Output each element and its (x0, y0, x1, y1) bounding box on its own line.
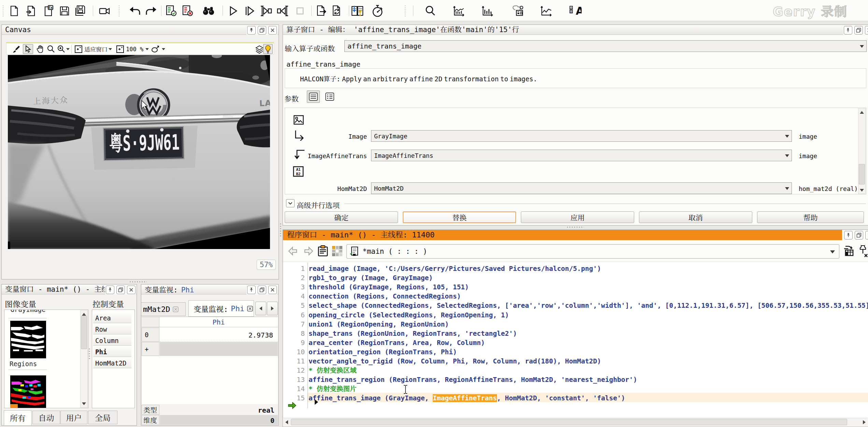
variable-pin-button[interactable] (106, 286, 114, 294)
program-restore-button[interactable] (855, 231, 863, 239)
tabs-scroll-right-button[interactable] (267, 302, 278, 315)
record-video-icon[interactable] (98, 4, 111, 17)
thumbnail-view-icon[interactable] (330, 244, 344, 259)
code-line-2[interactable]: 2rgb1_to_gray (Image, GrayImage) (283, 273, 868, 283)
toolbar-drag-handle[interactable] (118, 5, 120, 16)
open-program-icon[interactable] (25, 4, 38, 17)
canvas-close-button[interactable] (268, 26, 277, 35)
save-all-icon[interactable] (74, 4, 87, 17)
operator-close-button[interactable] (865, 26, 868, 35)
toolbar-drag-handle[interactable] (2, 5, 4, 16)
dropdown-arrow-icon[interactable] (785, 154, 789, 157)
export-file-icon[interactable] (315, 4, 328, 17)
check-syntax-icon[interactable] (165, 4, 177, 17)
zoom-tool-icon[interactable] (46, 44, 56, 54)
navigate-forward-icon[interactable] (301, 244, 315, 259)
canvas-pin-button[interactable] (247, 26, 256, 35)
control-var-row[interactable]: Row (93, 324, 131, 334)
operator-input-combo[interactable]: affine_trans_image (344, 40, 867, 52)
code-line-15[interactable]: 15affine_trans_image (GrayImage, ImageAf… (283, 394, 868, 403)
tab-user[interactable]: 用户 (60, 411, 87, 424)
param-value-combo[interactable]: HomMat2D (371, 182, 792, 194)
dropdown-arrow-icon[interactable] (830, 250, 835, 253)
control-var-hommat2d[interactable]: HomMat2D (93, 358, 131, 368)
tab-hommat2d[interactable]: mMat2D (141, 302, 186, 316)
unpin-window-icon[interactable] (856, 244, 868, 259)
canvas-restore-button[interactable] (258, 26, 266, 35)
splitter-handle[interactable] (129, 281, 147, 283)
help-button[interactable]: 帮助 (757, 211, 864, 223)
control-var-area[interactable]: Area (93, 313, 131, 323)
toolbar-drag-handle[interactable] (404, 5, 406, 16)
undo-icon[interactable] (128, 4, 141, 17)
advanced-options-toggle[interactable] (286, 199, 295, 207)
code-line-7[interactable]: 7union1 (RegionOpening, RegionUnion) (283, 320, 868, 329)
operator-window-title[interactable]: 算子窗口 - 编辑： 'affine_trans_image'在函数'main'… (283, 25, 868, 35)
roi-dropdown-icon[interactable] (161, 44, 166, 54)
dropdown-arrow-icon[interactable] (785, 135, 789, 138)
code-hscrollbar[interactable] (283, 418, 868, 426)
watch-pin-button[interactable] (247, 286, 256, 294)
tab-all[interactable]: 所有 (4, 410, 32, 425)
code-line-4[interactable]: 4connection (Regions, ConnectedRegions) (283, 292, 868, 301)
step-over-icon[interactable] (243, 4, 256, 17)
param-value-combo[interactable]: ImageAffineTrans (371, 150, 792, 161)
param-value-combo[interactable]: GrayImage (371, 130, 792, 142)
variable-close-button[interactable] (127, 286, 136, 294)
fit-window-label[interactable]: 适应窗口 (84, 44, 108, 54)
program-close-button[interactable] (865, 231, 868, 239)
splitter-handle[interactable] (280, 223, 282, 237)
step-into-icon[interactable] (259, 4, 272, 17)
program-window-title[interactable]: 程序窗口 - main* () - 主线程: 11400 (283, 230, 842, 240)
program-pin-button[interactable] (844, 231, 853, 239)
hscrollbar-thumb[interactable] (291, 419, 847, 425)
tabs-scroll-left-button[interactable] (255, 302, 266, 315)
open-example-icon[interactable]: Ex (42, 4, 55, 17)
ok-button[interactable]: 确定 (285, 211, 398, 223)
clear-canvas-icon[interactable] (11, 44, 22, 54)
scroll-down-button[interactable] (81, 400, 87, 407)
feature-histogram-icon[interactable] (481, 4, 494, 17)
variable-splitter-handle[interactable] (88, 348, 90, 360)
splitter-handle[interactable] (566, 226, 584, 228)
zoom-in-tool-icon[interactable] (56, 44, 66, 54)
code-line-5[interactable]: 5select_shape (ConnectedRegions, Selecte… (283, 301, 868, 310)
code-line-9[interactable]: 9area_center (RegionTrans, Area, Row, Co… (283, 338, 868, 347)
step-out-icon[interactable] (276, 4, 289, 17)
compare-programs-icon[interactable] (351, 4, 364, 17)
scroll-right-button[interactable] (861, 419, 868, 426)
scroll-up-button[interactable] (858, 109, 865, 116)
image-variables-list[interactable]: GrayImage Regions (4, 309, 88, 408)
replace-button[interactable]: 替换 (403, 211, 516, 223)
select-tool-icon[interactable] (23, 44, 33, 54)
light-tool-icon[interactable] (263, 44, 273, 54)
control-variables-list[interactable]: Area Row Column Phi HomMat2D (92, 309, 135, 408)
code-line-10[interactable]: 10orientation_region (RegionTrans, Phi) (283, 347, 868, 357)
cancel-button[interactable]: 取消 (639, 211, 752, 223)
fit-window-icon[interactable] (73, 44, 84, 54)
watch-add-row[interactable]: + (142, 342, 159, 356)
find-icon[interactable] (202, 4, 215, 17)
watch-close-button[interactable] (268, 286, 277, 294)
watch-value-cell[interactable] (160, 328, 278, 342)
reload-file-icon[interactable] (330, 4, 343, 17)
zoom-pct-icon[interactable] (115, 44, 125, 54)
code-line-14[interactable]: 14* 仿射变换图片 (283, 384, 868, 394)
code-line-1[interactable]: 1read_image (Image, 'C:/Users/Gerry/Pict… (283, 264, 868, 273)
image-var-label[interactable]: Regions (10, 360, 37, 368)
redo-icon[interactable] (145, 4, 158, 17)
control-var-phi[interactable]: Phi (93, 347, 131, 357)
tab-auto[interactable]: 自动 (32, 411, 60, 424)
run-icon[interactable] (227, 4, 240, 17)
watch-add-row-band[interactable] (160, 342, 278, 356)
code-editor[interactable]: 1read_image (Image, 'C:/Users/Gerry/Pict… (283, 263, 868, 418)
zoom-window-icon[interactable] (424, 4, 437, 17)
roi-tool-icon[interactable] (150, 44, 161, 54)
gray-histogram-icon[interactable] (453, 4, 466, 17)
param-list-view-button[interactable] (307, 91, 320, 103)
code-line-12[interactable]: 12* 仿射变换区域 (283, 366, 868, 375)
zoom-pct-label[interactable]: 100 % (126, 44, 143, 54)
ocr-training-icon[interactable] (511, 4, 524, 17)
insert-snippet-icon[interactable] (841, 244, 856, 259)
code-line-13[interactable]: 13affine_trans_region (RegionTrans, Regi… (283, 375, 868, 384)
